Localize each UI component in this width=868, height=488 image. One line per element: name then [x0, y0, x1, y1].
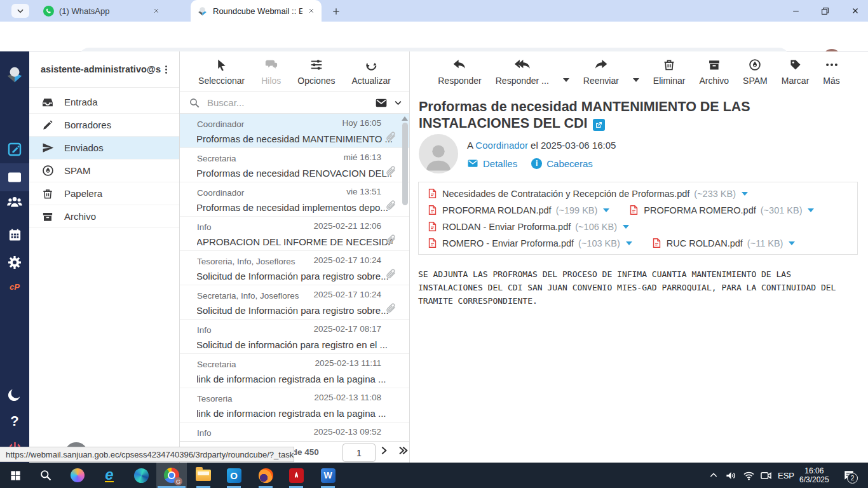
language-indicator[interactable]: ESP: [778, 463, 794, 488]
row-subject: Solicitud de información para registro e…: [197, 339, 388, 350]
refresh-button[interactable]: Actualizar: [351, 57, 390, 86]
attachment-menu-caret[interactable]: [789, 241, 795, 245]
message-row[interactable]: Coordinador Hoy 16:05 Proformas de neces…: [180, 114, 409, 148]
acrobat-icon[interactable]: [281, 463, 311, 488]
attachment-menu-caret[interactable]: [742, 192, 748, 196]
search-input[interactable]: [206, 97, 369, 109]
options-button[interactable]: Opciones: [297, 57, 335, 86]
window-minimize-button[interactable]: [786, 3, 805, 19]
account-menu-button[interactable]: [161, 64, 172, 75]
cpanel-button[interactable]: cP: [0, 273, 29, 301]
attachment-item[interactable]: PROFORMA ROLDAN.pdf (~199 KB): [427, 205, 609, 215]
new-tab-button[interactable]: [329, 4, 343, 18]
row-date: Hoy 16:05: [342, 118, 381, 128]
list-scrollbar[interactable]: [402, 115, 408, 439]
mark-button[interactable]: Marcar: [782, 57, 810, 86]
attachment-menu-caret[interactable]: [626, 241, 632, 245]
file-explorer-icon[interactable]: [188, 463, 219, 488]
attachment-size: (~199 KB): [556, 205, 598, 215]
scrollbar-thumb[interactable]: [402, 123, 408, 205]
tab-roundcube[interactable]: Roundcube Webmail :: Enviados: [191, 0, 322, 22]
rail-calendar-button[interactable]: [0, 220, 29, 248]
message-row[interactable]: Info 2025-02-13 09:52: [180, 423, 409, 441]
message-row[interactable]: Secretaria, Info, Joseflores 2025-02-17 …: [180, 285, 409, 320]
tag-icon: [789, 57, 802, 72]
outlook-icon[interactable]: O: [219, 463, 249, 488]
sender-avatar: [419, 134, 458, 173]
rail-mail-button[interactable]: [0, 163, 29, 191]
spam-button[interactable]: SPAM: [743, 57, 768, 86]
select-button[interactable]: Seleccionar: [198, 57, 245, 86]
archive-button[interactable]: Archivo: [699, 57, 729, 86]
pencil-icon: [41, 119, 54, 131]
search-scope-icon[interactable]: [375, 97, 388, 109]
pdf-file-icon: [427, 205, 438, 215]
attachment-item[interactable]: ROLDAN - Enviar Proforma.pdf (~106 KB): [427, 221, 629, 232]
cursor-icon: [215, 57, 228, 72]
folder-item-papelera[interactable]: Papelera: [29, 182, 179, 205]
message-row[interactable]: Info 2025-02-17 08:17 Solicitud de infor…: [180, 320, 409, 354]
word-icon[interactable]: W: [313, 463, 343, 488]
folder-item-archivo[interactable]: Archivo: [29, 205, 179, 228]
details-toggle[interactable]: Detalles: [467, 158, 517, 169]
message-row[interactable]: Info 2025-02-21 12:06 APROBACION DEL INF…: [180, 217, 409, 251]
clock[interactable]: 16:066/3/2025: [799, 463, 829, 488]
tab-search-button[interactable]: [11, 4, 29, 18]
volume-icon[interactable]: [725, 463, 737, 488]
threads-button[interactable]: Hilos: [261, 57, 281, 86]
reply-all-button[interactable]: Responder ...: [496, 57, 549, 86]
reply-all-dropdown-caret[interactable]: [563, 78, 569, 82]
notification-center-button[interactable]: 2: [843, 463, 855, 488]
tab-title: Roundcube Webmail :: Enviados: [213, 6, 302, 16]
taskbar-search-button[interactable]: [31, 463, 61, 488]
copilot-icon[interactable]: [62, 463, 93, 488]
message-row[interactable]: Coordinador vie 13:51 Proformas de neces…: [180, 182, 409, 217]
dark-mode-button[interactable]: [0, 381, 29, 409]
attachment-menu-caret[interactable]: [808, 208, 814, 212]
meet-now-icon[interactable]: [760, 463, 772, 488]
internet-explorer-icon[interactable]: e: [94, 463, 125, 488]
firefox-icon[interactable]: [250, 463, 281, 488]
tray-overflow-chevron[interactable]: [709, 463, 719, 488]
search-options-chevron-icon[interactable]: [393, 98, 403, 107]
attachment-item[interactable]: ROMERO - Enviar Proforma.pdf (~103 KB): [427, 238, 632, 248]
roundcube-logo[interactable]: [0, 60, 29, 88]
attachment-item[interactable]: Necesidades de Contratación y Recepción …: [427, 188, 748, 199]
forward-dropdown-caret[interactable]: [633, 78, 639, 82]
folder-item-spam[interactable]: SPAM: [29, 159, 179, 182]
window-restore-button[interactable]: [815, 3, 834, 19]
open-in-new-window-icon[interactable]: [593, 119, 605, 131]
recipient-link[interactable]: Coordinador: [475, 140, 528, 151]
wifi-icon[interactable]: [743, 463, 755, 488]
more-button[interactable]: Más: [823, 57, 839, 86]
last-page-button[interactable]: [397, 445, 409, 456]
forward-button[interactable]: Reenviar: [583, 57, 619, 86]
tab-whatsapp[interactable]: (1) WhatsApp: [37, 0, 166, 22]
folder-item-enviados[interactable]: Enviados: [29, 137, 179, 159]
message-row[interactable]: Tesoreria, Info, Joseflores 2025-02-17 1…: [180, 251, 409, 285]
message-row[interactable]: Secretaria 2025-02-13 11:11 link de info…: [180, 354, 409, 388]
headers-toggle[interactable]: iCabeceras: [531, 158, 593, 169]
window-close-button[interactable]: [846, 3, 865, 19]
attachment-menu-caret[interactable]: [623, 225, 629, 229]
message-row[interactable]: Secretaria mié 16:13 Proformas de necesi…: [180, 148, 409, 182]
page-input[interactable]: [342, 444, 376, 462]
tab-close-icon[interactable]: [153, 7, 160, 15]
attachment-list: Necesidades de Contratación y Recepción …: [418, 182, 858, 255]
folder-item-borradores[interactable]: Borradores: [29, 114, 179, 137]
folder-item-entrada[interactable]: Entrada: [29, 91, 179, 114]
start-button[interactable]: [0, 463, 31, 488]
rail-contacts-button[interactable]: [0, 188, 29, 216]
next-page-button[interactable]: [379, 445, 389, 456]
message-row[interactable]: Tesoreria 2025-02-13 11:08 link de infor…: [180, 388, 409, 423]
compose-button[interactable]: [0, 135, 29, 163]
attachment-menu-caret[interactable]: [603, 208, 609, 212]
attachment-item[interactable]: PROFORMA ROMERO.pdf (~301 KB): [628, 205, 814, 215]
help-button[interactable]: ?: [0, 407, 29, 435]
attachment-item[interactable]: RUC ROLDAN.pdf (~11 KB): [651, 238, 796, 248]
tab-close-icon[interactable]: [308, 7, 315, 15]
delete-button[interactable]: Eliminar: [653, 57, 686, 86]
edge-icon[interactable]: [126, 463, 156, 488]
reply-button[interactable]: Responder: [438, 57, 482, 86]
chrome-icon-active[interactable]: G: [156, 463, 187, 488]
